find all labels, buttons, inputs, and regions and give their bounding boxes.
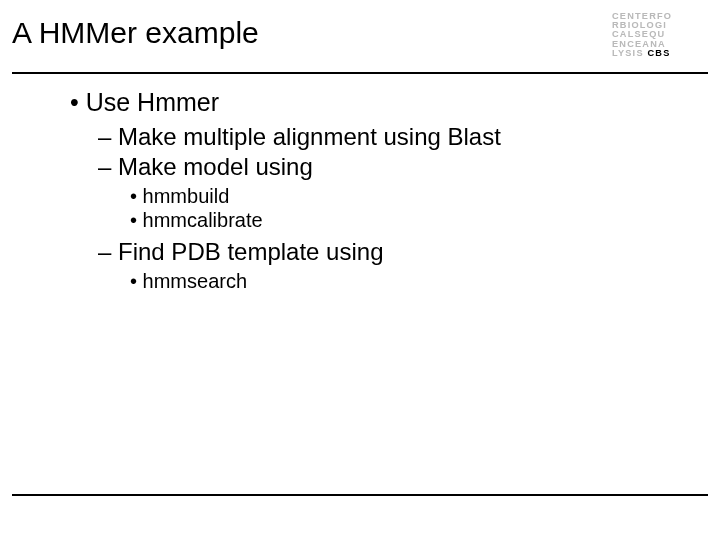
slide-title: A HMMer example [12,10,612,50]
logo-line5a: LYSIS [612,48,644,58]
title-row: A HMMer example CENTERFO RBIOLOGI CALSEQ… [0,0,720,68]
cbs-logo: CENTERFO RBIOLOGI CALSEQU ENCEANA LYSIS … [612,10,720,68]
bullet-text: Use Hmmer [86,88,219,116]
list-item: Use Hmmer Make multiple alignment using … [70,88,690,293]
list-item: Make multiple alignment using Blast [98,123,690,151]
bullet-list-level3: hmmbuild hmmcalibrate [98,185,690,232]
list-item: hmmbuild [130,185,690,208]
bullet-text: Find PDB template using [118,238,383,265]
list-item: hmmcalibrate [130,209,690,232]
bullet-text: hmmcalibrate [143,209,263,231]
list-item: Find PDB template using hmmsearch [98,238,690,293]
list-item: hmmsearch [130,270,690,293]
content-area: Use Hmmer Make multiple alignment using … [0,74,720,293]
bullet-list-level2: Make multiple alignment using Blast Make… [70,123,690,293]
slide: A HMMer example CENTERFO RBIOLOGI CALSEQ… [0,0,720,540]
bullet-text: Make model using [118,153,313,180]
footer-rule [12,494,708,496]
bullet-text: hmmbuild [143,185,230,207]
bullet-text: hmmsearch [143,270,247,292]
bullet-list-level3: hmmsearch [98,270,690,293]
logo-line5b: CBS [647,48,670,58]
list-item: Make model using hmmbuild hmmcalibrate [98,153,690,232]
bullet-text: Make multiple alignment using Blast [118,123,501,150]
bullet-list-level1: Use Hmmer Make multiple alignment using … [70,88,690,293]
